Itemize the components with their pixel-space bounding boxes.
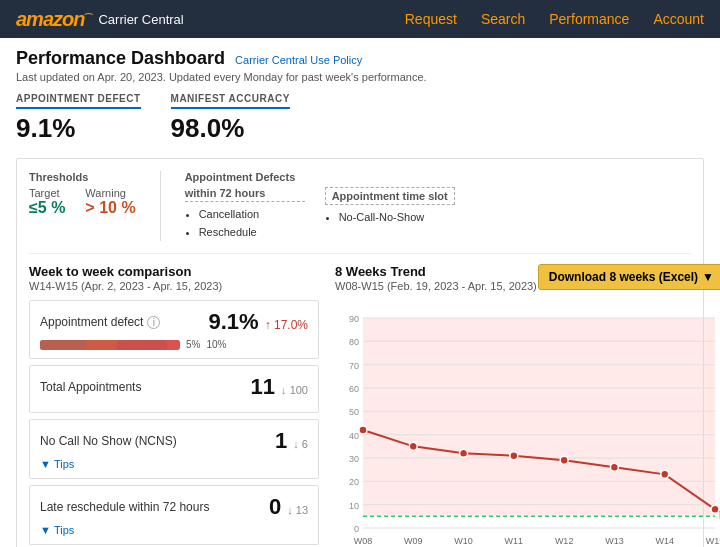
svg-point-24	[460, 450, 468, 458]
svg-point-23	[409, 443, 417, 451]
metric-ncns-main: 1	[275, 428, 287, 454]
page-title-row: Performance Dashboard Carrier Central Us…	[16, 48, 704, 69]
main-nav: Request Search Performance Account	[405, 11, 704, 27]
appt-def-cols: within 72 hours Cancellation Reschedule …	[185, 187, 691, 241]
thresh-target-value: ≤5 %	[29, 199, 65, 217]
svg-text:50: 50	[349, 408, 359, 418]
bar-label-10: 10%	[206, 339, 226, 350]
metric-bar-row: 5% 10%	[40, 339, 308, 350]
thresh-values: Target ≤5 % Warning > 10 %	[29, 187, 136, 217]
svg-text:W13: W13	[605, 536, 624, 546]
chart-container: Target0102030405060708090W08W09W10W11W12…	[335, 308, 720, 547]
nav-request[interactable]: Request	[405, 11, 457, 27]
nav-search[interactable]: Search	[481, 11, 525, 27]
appt-item-cancellation: Cancellation	[199, 206, 305, 224]
appt-defects-section: Appointment Defects within 72 hours Canc…	[185, 171, 691, 241]
thresh-divider	[160, 171, 161, 241]
nav-performance[interactable]: Performance	[549, 11, 629, 27]
right-panel: 8 Weeks Trend W08-W15 (Feb. 19, 2023 - A…	[335, 264, 720, 547]
svg-text:90: 90	[349, 314, 359, 324]
left-panel: Week to week comparison W14-W15 (Apr. 2,…	[29, 264, 319, 547]
chevron-down-icon: ▼	[40, 458, 51, 470]
svg-text:W10: W10	[454, 536, 473, 546]
svg-text:W09: W09	[404, 536, 423, 546]
thresh-warning-value: > 10 %	[85, 199, 135, 217]
nav-account[interactable]: Account	[653, 11, 704, 27]
metric-total-appts-main: 11	[251, 374, 275, 400]
metric-appt-defect-values: 9.1% ↑ 17.0%	[208, 309, 308, 335]
metric-late-reschedule-name: Late reschedule within 72 hours	[40, 500, 209, 514]
bar-actual-fill	[40, 340, 167, 350]
metric-appt-defect-main: 9.1%	[208, 309, 258, 335]
thresholds-row: Thresholds Target ≤5 % Warning > 10 % Ap…	[29, 171, 691, 254]
metric-total-appts-compare: ↓ 100	[281, 384, 308, 396]
policy-link[interactable]: Carrier Central Use Policy	[235, 54, 362, 66]
svg-point-22	[359, 426, 367, 434]
svg-point-29	[711, 506, 719, 514]
appt-col-72h-list: Cancellation Reschedule	[185, 206, 305, 241]
svg-text:20: 20	[349, 478, 359, 488]
kpi-appt-defect-value: 9.1%	[16, 113, 141, 144]
svg-point-28	[661, 471, 669, 479]
svg-text:0: 0	[354, 524, 359, 534]
reschedule-tips[interactable]: ▼ Tips	[40, 524, 308, 536]
thresh-warning-label: Warning	[85, 187, 135, 199]
appt-col-72h-header: within 72 hours	[185, 187, 305, 202]
comparison-title: Week to week comparison	[29, 264, 319, 279]
svg-text:W14: W14	[655, 536, 674, 546]
appt-col-timeslot: Appointment time slot No-Call-No-Show	[325, 187, 455, 241]
appt-item-ncns: No-Call-No-Show	[339, 209, 455, 227]
smile-icon: ⁀	[85, 14, 92, 24]
metric-appt-defect-header: Appointment defect i 9.1% ↑ 17.0%	[40, 309, 308, 335]
trend-subtitle: W08-W15 (Feb. 19, 2023 - Apr. 15, 2023)	[335, 280, 537, 292]
kpi-manifest-label: MANIFEST ACCURACY	[171, 93, 290, 109]
svg-text:30: 30	[349, 454, 359, 464]
svg-text:70: 70	[349, 361, 359, 371]
chevron-down-icon-2: ▼	[40, 524, 51, 536]
svg-text:40: 40	[349, 431, 359, 441]
thresh-target-label: Target	[29, 187, 65, 199]
main-box: Thresholds Target ≤5 % Warning > 10 % Ap…	[16, 158, 704, 547]
svg-point-27	[610, 464, 618, 472]
ncns-tips[interactable]: ▼ Tips	[40, 458, 308, 470]
svg-text:W12: W12	[555, 536, 574, 546]
metric-bar-container	[40, 340, 180, 350]
trend-chart: Target0102030405060708090W08W09W10W11W12…	[335, 308, 720, 547]
kpi-manifest-acc: MANIFEST ACCURACY 98.0%	[171, 93, 290, 144]
svg-point-25	[510, 452, 518, 460]
bar-label-5: 5%	[186, 339, 200, 350]
info-icon[interactable]: i	[147, 316, 160, 329]
bar-labels: 5% 10%	[186, 339, 226, 350]
thresh-title: Thresholds	[29, 171, 136, 183]
metric-total-appts-values: 11 ↓ 100	[251, 374, 308, 400]
svg-point-26	[560, 457, 568, 465]
thresh-target: Target ≤5 %	[29, 187, 65, 217]
trend-info: 8 Weeks Trend W08-W15 (Feb. 19, 2023 - A…	[335, 264, 537, 300]
svg-text:60: 60	[349, 384, 359, 394]
metric-late-reschedule-compare: ↓ 13	[287, 504, 308, 516]
thresh-warning: Warning > 10 %	[85, 187, 135, 217]
page-subtitle: Last updated on Apr. 20, 2023. Updated e…	[16, 71, 704, 83]
comparison-subtitle: W14-W15 (Apr. 2, 2023 - Apr. 15, 2023)	[29, 280, 319, 292]
trend-header: 8 Weeks Trend W08-W15 (Feb. 19, 2023 - A…	[335, 264, 720, 300]
appt-col-timeslot-header: Appointment time slot	[325, 187, 455, 205]
carrier-central-label: Carrier Central	[98, 12, 183, 27]
comparison-section: Week to week comparison W14-W15 (Apr. 2,…	[29, 264, 691, 547]
metric-total-appts: Total Appointments 11 ↓ 100	[29, 365, 319, 413]
download-button[interactable]: Download 8 weeks (Excel) ▼	[538, 264, 720, 290]
svg-text:W15: W15	[706, 536, 720, 546]
metric-ncns: No Call No Show (NCNS) 1 ↓ 6 ▼ Tips	[29, 419, 319, 479]
page-content: Performance Dashboard Carrier Central Us…	[0, 38, 720, 547]
metric-late-reschedule-main: 0	[269, 494, 281, 520]
metric-ncns-name: No Call No Show (NCNS)	[40, 434, 177, 448]
metric-appt-defect-name: Appointment defect i	[40, 315, 160, 329]
metric-ncns-header: No Call No Show (NCNS) 1 ↓ 6	[40, 428, 308, 454]
logo: amazon ⁀ Carrier Central	[16, 8, 184, 31]
metric-ncns-compare: ↓ 6	[293, 438, 308, 450]
svg-text:W11: W11	[505, 536, 524, 546]
kpi-appt-defect: APPOINTMENT DEFECT 9.1%	[16, 93, 141, 144]
svg-text:80: 80	[349, 338, 359, 348]
appt-col-72h: within 72 hours Cancellation Reschedule	[185, 187, 305, 241]
metric-ncns-values: 1 ↓ 6	[275, 428, 308, 454]
metric-late-reschedule-header: Late reschedule within 72 hours 0 ↓ 13	[40, 494, 308, 520]
